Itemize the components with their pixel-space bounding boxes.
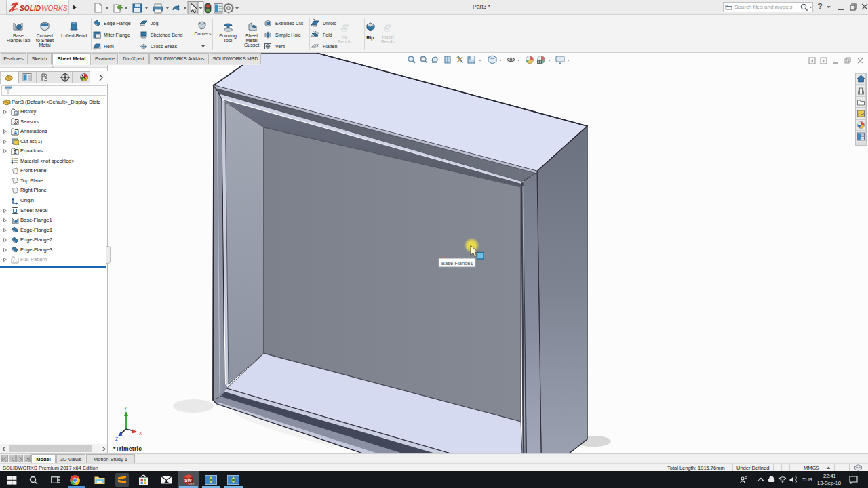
svg-text:R: R: [745, 476, 747, 480]
svg-text:WORKS: WORKS: [41, 5, 68, 12]
svg-text:SOLID: SOLID: [20, 5, 41, 12]
svg-text:Base-Flange1: Base-Flange1: [441, 260, 473, 266]
svg-text:2017: 2017: [188, 483, 195, 486]
svg-text:Y: Y: [124, 406, 127, 411]
svg-text:X: X: [139, 431, 142, 436]
svg-text:Z: Z: [115, 436, 118, 441]
